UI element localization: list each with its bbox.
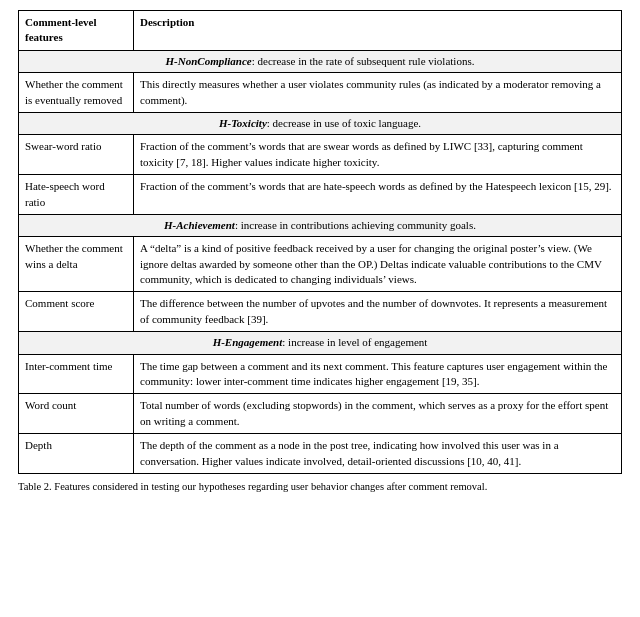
- description-cell: This directly measures whether a user vi…: [134, 73, 622, 113]
- feature-cell: Word count: [19, 394, 134, 434]
- feature-cell: Inter-comment time: [19, 354, 134, 394]
- feature-cell: Depth: [19, 434, 134, 474]
- feature-cell: Swear-word ratio: [19, 135, 134, 175]
- feature-cell: Hate-speech word ratio: [19, 175, 134, 215]
- description-cell: A “delta” is a kind of positive feedback…: [134, 237, 622, 292]
- table-row: Whether the comment wins a deltaA “delta…: [19, 237, 622, 292]
- table-caption: Table 2. Features considered in testing …: [18, 480, 622, 495]
- feature-cell: Comment score: [19, 292, 134, 332]
- section-header-h-noncompliance: H-NonCompliance: decrease in the rate of…: [19, 50, 622, 72]
- description-cell: The depth of the comment as a node in th…: [134, 434, 622, 474]
- description-cell: Total number of words (excluding stopwor…: [134, 394, 622, 434]
- table-row: Word countTotal number of words (excludi…: [19, 394, 622, 434]
- feature-cell: Whether the comment wins a delta: [19, 237, 134, 292]
- section-title-h-engagement: H-Engagement: increase in level of engag…: [19, 332, 622, 354]
- description-cell: The difference between the number of upv…: [134, 292, 622, 332]
- feature-cell: Whether the comment is eventually remove…: [19, 73, 134, 113]
- table-row: Hate-speech word ratioFraction of the co…: [19, 175, 622, 215]
- col-header-desc: Description: [134, 11, 622, 51]
- table-row: Whether the comment is eventually remove…: [19, 73, 622, 113]
- table-row: Swear-word ratioFraction of the comment’…: [19, 135, 622, 175]
- section-header-h-engagement: H-Engagement: increase in level of engag…: [19, 332, 622, 354]
- section-header-h-achievement: H-Achievement: increase in contributions…: [19, 214, 622, 236]
- description-cell: Fraction of the comment’s words that are…: [134, 135, 622, 175]
- features-table: Comment-level features Description H-Non…: [18, 10, 622, 474]
- section-title-h-noncompliance: H-NonCompliance: decrease in the rate of…: [19, 50, 622, 72]
- description-cell: The time gap between a comment and its n…: [134, 354, 622, 394]
- col-header-feature: Comment-level features: [19, 11, 134, 51]
- table-header-row: Comment-level features Description: [19, 11, 622, 51]
- description-cell: Fraction of the comment’s words that are…: [134, 175, 622, 215]
- table-row: Comment scoreThe difference between the …: [19, 292, 622, 332]
- table-row: Inter-comment timeThe time gap between a…: [19, 354, 622, 394]
- table-row: DepthThe depth of the comment as a node …: [19, 434, 622, 474]
- section-title-h-toxicity: H-Toxicity: decrease in use of toxic lan…: [19, 112, 622, 134]
- section-header-h-toxicity: H-Toxicity: decrease in use of toxic lan…: [19, 112, 622, 134]
- section-title-h-achievement: H-Achievement: increase in contributions…: [19, 214, 622, 236]
